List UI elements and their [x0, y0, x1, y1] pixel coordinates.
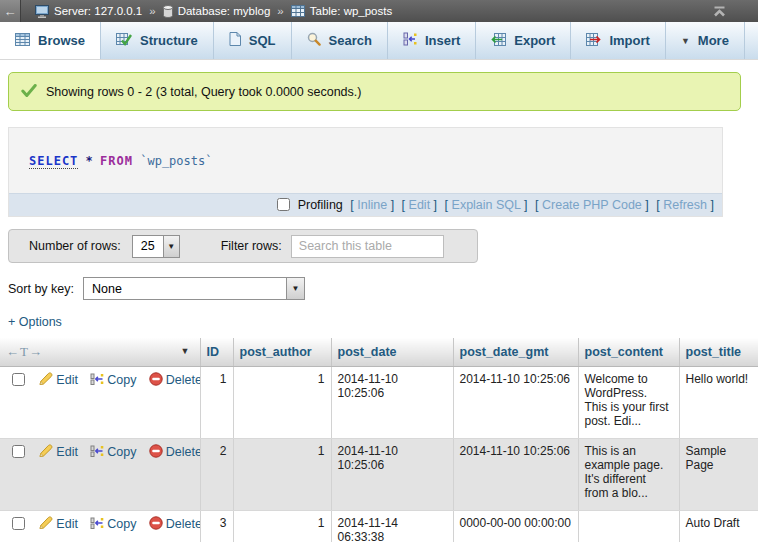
delete-icon [149, 372, 163, 386]
breadcrumb-database[interactable]: Database: myblog [178, 5, 271, 17]
tab-search[interactable]: Search [292, 22, 388, 59]
export-icon [491, 33, 506, 49]
tab-label: Insert [425, 33, 460, 48]
profiling-checkbox[interactable] [277, 198, 290, 211]
cell-post-content [578, 511, 679, 542]
back-icon: ← [4, 4, 17, 19]
cell-id: 1 [200, 367, 233, 439]
sort-by-key-label: Sort by key: [8, 282, 74, 296]
cell-post-date: 2014-11-10 10:25:06 [331, 367, 453, 439]
copy-icon [90, 372, 104, 386]
actions-column-header: ←T→ ▼ [0, 338, 200, 367]
options-toggle-link[interactable]: + Options [8, 315, 62, 329]
pencil-icon [38, 372, 53, 386]
tab-label: SQL [249, 33, 276, 48]
back-button[interactable]: ← [0, 0, 21, 22]
structure-icon [116, 33, 132, 49]
sort-by-key-select[interactable]: None ▼ [83, 277, 305, 300]
explain-sql-link[interactable]: Explain SQL [452, 198, 521, 212]
tab-bar: Browse Structure SQL Search Insert Expor… [0, 22, 758, 60]
edit-link[interactable]: Edit [56, 517, 78, 531]
table-header-row: ←T→ ▼ ID post_author post_date post_date… [0, 338, 758, 367]
refresh-link[interactable]: Refresh [663, 198, 707, 212]
column-header-post-date[interactable]: post_date [331, 338, 453, 367]
pencil-icon [38, 444, 53, 458]
cell-post-author: 1 [233, 439, 331, 511]
server-icon [35, 5, 49, 18]
tab-import[interactable]: Import [571, 22, 665, 59]
cell-post-date-gmt: 2014-11-10 10:25:06 [453, 367, 578, 439]
row-checkbox[interactable] [12, 517, 25, 530]
copy-link[interactable]: Copy [107, 373, 136, 387]
copy-link[interactable]: Copy [107, 517, 136, 531]
rows-control-bar: Number of rows: 25 ▼ Filter rows: [8, 229, 478, 263]
cell-post-author: 1 [233, 511, 331, 542]
filter-rows-input[interactable] [291, 235, 444, 258]
tab-label: Search [329, 33, 372, 48]
sql-table-name: `wp_posts` [140, 154, 212, 168]
select-dropdown-icon: ▼ [163, 236, 179, 257]
column-header-post-author[interactable]: post_author [233, 338, 331, 367]
delete-link[interactable]: Delete [166, 445, 200, 459]
breadcrumb-table[interactable]: Table: wp_posts [310, 5, 392, 17]
tab-label: Structure [140, 33, 198, 48]
edit-link[interactable]: Edit [56, 445, 78, 459]
import-icon [586, 33, 601, 49]
swap-axis-control[interactable]: ←T→ [6, 344, 43, 359]
tab-label: More [698, 33, 729, 48]
column-header-post-title[interactable]: post_title [679, 338, 758, 367]
delete-icon [149, 444, 163, 458]
sql-icon [229, 32, 241, 49]
table-row: Edit Copy Delete 1 1 2014-11-10 10:25:06… [0, 367, 758, 439]
browse-icon [15, 33, 30, 49]
query-toolbar: Profiling [ Inline ] [ Edit ] [ Explain … [9, 193, 722, 216]
cell-post-title: Hello world! [679, 367, 758, 439]
cell-post-date-gmt: 0000-00-00 00:00:00 [453, 511, 578, 542]
create-php-code-link[interactable]: Create PHP Code [542, 198, 642, 212]
search-icon [307, 32, 321, 49]
inline-link[interactable]: Inline [357, 198, 387, 212]
profiling-label: Profiling [298, 198, 343, 212]
collapse-icon[interactable] [712, 6, 727, 17]
delete-link[interactable]: Delete [166, 517, 200, 531]
tab-browse[interactable]: Browse [0, 22, 101, 59]
cell-post-title: Auto Draft [679, 511, 758, 542]
copy-icon [90, 444, 104, 458]
number-of-rows-select[interactable]: 25 ▼ [132, 235, 180, 258]
cell-post-content: This is an example page. It's different … [578, 439, 679, 511]
results-table: ←T→ ▼ ID post_author post_date post_date… [0, 338, 758, 542]
tab-structure[interactable]: Structure [101, 22, 214, 59]
tab-sql[interactable]: SQL [214, 22, 292, 59]
cell-post-title: Sample Page [679, 439, 758, 511]
delete-link[interactable]: Delete [166, 373, 200, 387]
tab-insert[interactable]: Insert [388, 22, 476, 59]
tab-label: Import [609, 33, 649, 48]
more-dropdown-icon: ▼ [681, 36, 690, 46]
sql-keyword-select: SELECT [29, 154, 78, 169]
tab-export[interactable]: Export [476, 22, 571, 59]
delete-icon [149, 516, 163, 530]
copy-link[interactable]: Copy [107, 445, 136, 459]
edit-link[interactable]: Edit [56, 373, 78, 387]
status-message: Showing rows 0 - 2 (3 total, Query took … [8, 72, 741, 111]
breadcrumb-server[interactable]: Server: 127.0.0.1 [54, 5, 142, 17]
filter-rows-label: Filter rows: [221, 239, 282, 253]
number-of-rows-label: Number of rows: [29, 239, 121, 253]
edit-query-link[interactable]: Edit [409, 198, 431, 212]
cell-post-date: 2014-11-14 06:33:38 [331, 511, 453, 542]
tab-label: Browse [38, 33, 85, 48]
status-text: Showing rows 0 - 2 (3 total, Query took … [46, 85, 361, 99]
row-checkbox[interactable] [12, 373, 25, 386]
breadcrumb-separator: » [149, 5, 155, 17]
row-checkbox[interactable] [12, 445, 25, 458]
column-header-post-content[interactable]: post_content [578, 338, 679, 367]
insert-icon [403, 32, 417, 49]
table-icon [291, 5, 305, 17]
tab-more[interactable]: ▼ More [666, 22, 745, 59]
sort-dropdown-icon[interactable]: ▼ [181, 346, 190, 356]
column-header-post-date-gmt[interactable]: post_date_gmt [453, 338, 578, 367]
cell-id: 3 [200, 511, 233, 542]
breadcrumb-separator: » [277, 5, 283, 17]
sql-query-box: SELECT * FROM `wp_posts` Profiling [ Inl… [8, 127, 723, 217]
column-header-id[interactable]: ID [200, 338, 233, 367]
